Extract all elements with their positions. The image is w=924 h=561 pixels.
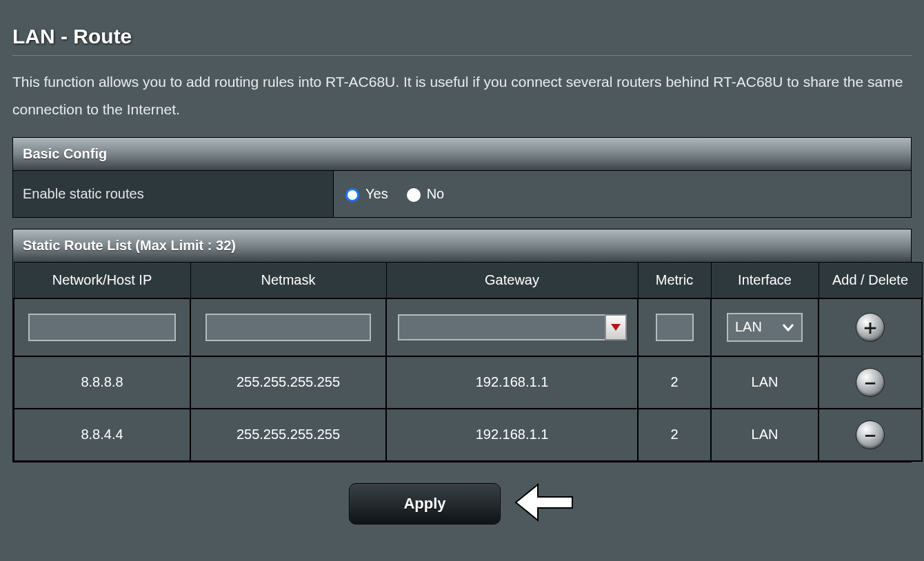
table-header-row: Network/Host IP Netmask Gateway Metric I… bbox=[14, 262, 922, 298]
plus-icon: ＋ bbox=[860, 317, 881, 338]
radio-yes-label: Yes bbox=[365, 186, 388, 202]
col-header-netmask: Netmask bbox=[190, 262, 386, 298]
page-title: LAN - Route bbox=[12, 25, 912, 48]
table-input-row: LAN ＋ bbox=[14, 298, 922, 356]
static-route-header: Static Route List (Max Limit : 32) bbox=[13, 229, 911, 262]
table-row: 8.8.4.4 255.255.255.255 192.168.1.1 2 LA… bbox=[14, 409, 922, 461]
interface-select[interactable]: LAN bbox=[727, 313, 803, 342]
svg-marker-1 bbox=[516, 484, 572, 520]
static-route-table: Network/Host IP Netmask Gateway Metric I… bbox=[13, 262, 923, 462]
input-netmask[interactable] bbox=[205, 314, 370, 341]
delete-route-button[interactable]: － bbox=[856, 420, 885, 449]
arrow-left-icon bbox=[513, 478, 575, 531]
divider bbox=[12, 55, 912, 56]
input-gateway[interactable] bbox=[398, 314, 605, 340]
col-header-interface: Interface bbox=[711, 262, 818, 298]
enable-static-routes-label: Enable static routes bbox=[13, 171, 334, 217]
cell-interface: LAN bbox=[711, 356, 818, 409]
page-description: This function allows you to add routing … bbox=[12, 68, 912, 123]
interface-select-value: LAN bbox=[735, 319, 762, 335]
chevron-down-icon bbox=[782, 323, 794, 332]
col-header-action: Add / Delete bbox=[818, 262, 922, 298]
col-header-metric: Metric bbox=[638, 262, 711, 298]
input-metric[interactable] bbox=[656, 314, 694, 341]
radio-no-label: No bbox=[427, 186, 445, 202]
cell-netmask: 255.255.255.255 bbox=[190, 409, 386, 461]
add-route-button[interactable]: ＋ bbox=[856, 313, 885, 342]
col-header-ip: Network/Host IP bbox=[14, 262, 190, 298]
col-header-gateway: Gateway bbox=[386, 262, 638, 298]
cell-gateway: 192.168.1.1 bbox=[386, 356, 638, 409]
cell-metric: 2 bbox=[638, 356, 711, 409]
static-route-panel: Static Route List (Max Limit : 32) Netwo… bbox=[12, 229, 912, 462]
cell-netmask: 255.255.255.255 bbox=[190, 356, 386, 409]
caret-down-icon bbox=[611, 324, 621, 331]
cell-interface: LAN bbox=[711, 409, 818, 461]
enable-yes-option[interactable]: Yes bbox=[342, 186, 388, 202]
minus-icon: － bbox=[860, 425, 881, 445]
apply-button[interactable]: Apply bbox=[349, 483, 501, 524]
cell-ip: 8.8.8.8 bbox=[14, 356, 190, 409]
enable-no-option[interactable]: No bbox=[403, 186, 445, 202]
gateway-dropdown-button[interactable] bbox=[605, 314, 627, 340]
cell-gateway: 192.168.1.1 bbox=[386, 409, 638, 461]
cell-ip: 8.8.4.4 bbox=[14, 409, 190, 461]
basic-config-header: Basic Config bbox=[13, 138, 911, 170]
radio-yes[interactable] bbox=[345, 188, 359, 202]
enable-static-routes-row: Enable static routes Yes No bbox=[13, 170, 911, 217]
radio-no[interactable] bbox=[407, 188, 421, 202]
delete-route-button[interactable]: － bbox=[856, 368, 885, 397]
minus-icon: － bbox=[860, 372, 881, 393]
basic-config-panel: Basic Config Enable static routes Yes No bbox=[12, 137, 912, 218]
cell-metric: 2 bbox=[638, 409, 711, 461]
table-row: 8.8.8.8 255.255.255.255 192.168.1.1 2 LA… bbox=[14, 356, 922, 409]
input-ip[interactable] bbox=[28, 314, 176, 341]
svg-marker-0 bbox=[611, 324, 621, 331]
